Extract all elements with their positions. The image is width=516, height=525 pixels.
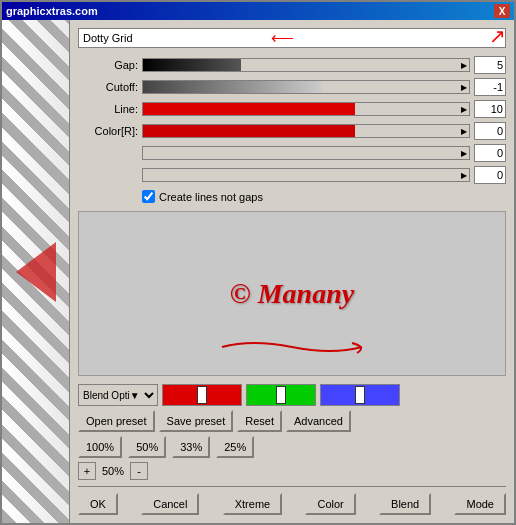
checkbox-row: Create lines not gaps — [142, 190, 506, 203]
window-title: graphicxtras.com — [6, 5, 98, 17]
gap-label: Gap: — [78, 59, 138, 71]
cutoff-value[interactable] — [474, 78, 506, 96]
preset-name-input[interactable] — [78, 28, 506, 48]
create-lines-label: Create lines not gaps — [159, 191, 263, 203]
swirl-decoration — [212, 337, 372, 357]
param-row-colorb: ▶ — [78, 166, 506, 184]
colorr-value[interactable] — [474, 122, 506, 140]
create-lines-checkbox[interactable] — [142, 190, 155, 203]
colorb-slider[interactable]: ▶ — [142, 168, 470, 182]
line-value[interactable] — [474, 100, 506, 118]
reset-button[interactable]: Reset — [237, 410, 282, 432]
preset-name-row: ⟵ ↗ — [78, 28, 506, 48]
green-blend-slider[interactable] — [246, 384, 316, 406]
gap-value[interactable] — [474, 56, 506, 74]
blue-blend-slider[interactable] — [320, 384, 400, 406]
cutoff-slider[interactable]: ▶ — [142, 80, 470, 94]
red-slider-handle[interactable] — [197, 386, 207, 404]
main-content: ⟵ ↗ Gap: ▶ Cutoff: ▶ — [2, 20, 514, 523]
copyright-symbol: © — [230, 278, 251, 309]
zoom-row: 100% 50% 33% 25% — [78, 436, 506, 458]
param-row-cutoff: Cutoff: ▶ — [78, 78, 506, 96]
zoom-33-button[interactable]: 33% — [172, 436, 210, 458]
cancel-button[interactable]: Cancel — [141, 493, 199, 515]
zoom-current-value: 50% — [102, 465, 124, 477]
red-blend-slider[interactable] — [162, 384, 242, 406]
zoom-control-row: + 50% - — [78, 462, 506, 480]
colorr-label: Color[R]: — [78, 125, 138, 137]
line-label: Line: — [78, 103, 138, 115]
param-row-line: Line: ▶ — [78, 100, 506, 118]
blend-button[interactable]: Blend — [379, 493, 431, 515]
colorg-value[interactable] — [474, 144, 506, 162]
zoom-50-button[interactable]: 50% — [128, 436, 166, 458]
preview-area: © Manany — [78, 211, 506, 376]
color-button[interactable]: Color — [305, 493, 355, 515]
left-panel-inner — [2, 20, 69, 523]
colorg-slider[interactable]: ▶ — [142, 146, 470, 160]
zoom-plus-button[interactable]: + — [78, 462, 96, 480]
title-bar: graphicxtras.com X — [2, 2, 514, 20]
zoom-minus-button[interactable]: - — [130, 462, 148, 480]
divider — [78, 486, 506, 487]
colorr-slider[interactable]: ▶ — [142, 124, 470, 138]
gap-slider[interactable]: ▶ — [142, 58, 470, 72]
param-row-gap: Gap: ▶ — [78, 56, 506, 74]
line-slider[interactable]: ▶ — [142, 102, 470, 116]
param-row-colorg: ▶ — [78, 144, 506, 162]
blend-row: Blend Opti▼ — [78, 384, 506, 406]
colorb-value[interactable] — [474, 166, 506, 184]
cutoff-label: Cutoff: — [78, 81, 138, 93]
param-row-colorr: Color[R]: ▶ — [78, 122, 506, 140]
zoom-25-button[interactable]: 25% — [216, 436, 254, 458]
green-slider-handle[interactable] — [276, 386, 286, 404]
mode-button[interactable]: Mode — [454, 493, 506, 515]
bottom-buttons-row: OK Cancel Xtreme Color Blend Mode — [78, 493, 506, 515]
xtreme-button[interactable]: Xtreme — [223, 493, 282, 515]
watermark-text: © Manany — [230, 278, 354, 310]
close-button[interactable]: X — [494, 4, 510, 18]
open-preset-button[interactable]: Open preset — [78, 410, 155, 432]
save-preset-button[interactable]: Save preset — [159, 410, 234, 432]
watermark-name: Manany — [258, 278, 354, 309]
ok-button[interactable]: OK — [78, 493, 118, 515]
right-panel: ⟵ ↗ Gap: ▶ Cutoff: ▶ — [70, 20, 514, 523]
action-buttons-row: Open preset Save preset Reset Advanced — [78, 410, 506, 432]
red-triangle-icon — [16, 242, 56, 302]
zoom-100-button[interactable]: 100% — [78, 436, 122, 458]
blend-dropdown[interactable]: Blend Opti▼ — [78, 384, 158, 406]
main-window: graphicxtras.com X ⟵ ↗ Gap: — [0, 0, 516, 525]
advanced-button[interactable]: Advanced — [286, 410, 351, 432]
blue-slider-handle[interactable] — [355, 386, 365, 404]
left-panel — [2, 20, 70, 523]
